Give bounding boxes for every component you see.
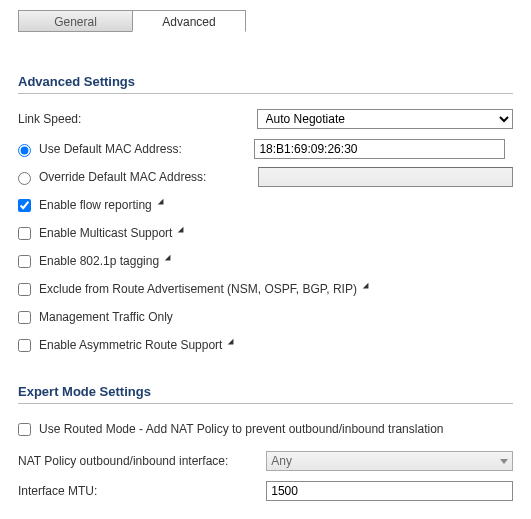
tab-general[interactable]: General <box>18 10 132 32</box>
routed-mode-checkbox[interactable] <box>18 423 31 436</box>
tab-advanced[interactable]: Advanced <box>132 10 246 32</box>
mgmt-only-checkbox[interactable] <box>18 311 31 324</box>
chevron-icon <box>165 255 173 263</box>
nat-policy-select: Any <box>266 451 513 471</box>
8021p-checkbox[interactable] <box>18 255 31 268</box>
exclude-route-label: Exclude from Route Advertisement (NSM, O… <box>39 282 357 296</box>
nat-policy-value: Any <box>271 454 292 468</box>
link-speed-select[interactable]: Auto Negotiate <box>257 109 513 129</box>
multicast-checkbox[interactable] <box>18 227 31 240</box>
asym-route-checkbox[interactable] <box>18 339 31 352</box>
override-mac-input <box>258 167 513 187</box>
flow-reporting-label: Enable flow reporting <box>39 198 152 212</box>
exclude-route-checkbox[interactable] <box>18 283 31 296</box>
mtu-label: Interface MTU: <box>18 484 266 498</box>
advanced-settings-title: Advanced Settings <box>18 74 513 94</box>
tab-bar: General Advanced <box>18 10 513 32</box>
asym-route-label: Enable Asymmetric Route Support <box>39 338 222 352</box>
mgmt-only-label: Management Traffic Only <box>39 310 173 324</box>
use-default-mac-label: Use Default MAC Address: <box>39 142 254 156</box>
8021p-label: Enable 802.1p tagging <box>39 254 159 268</box>
use-default-mac-radio[interactable] <box>18 144 31 157</box>
override-mac-label: Override Default MAC Address: <box>39 170 258 184</box>
chevron-icon <box>157 199 165 207</box>
chevron-down-icon <box>500 459 508 464</box>
expert-mode-title: Expert Mode Settings <box>18 384 513 404</box>
chevron-icon <box>363 283 371 291</box>
chevron-icon <box>228 339 236 347</box>
chevron-icon <box>178 227 186 235</box>
default-mac-value <box>254 139 505 159</box>
mtu-input[interactable] <box>266 481 513 501</box>
nat-policy-label: NAT Policy outbound/inbound interface: <box>18 454 266 468</box>
routed-mode-label: Use Routed Mode - Add NAT Policy to prev… <box>39 422 443 436</box>
flow-reporting-checkbox[interactable] <box>18 199 31 212</box>
multicast-label: Enable Multicast Support <box>39 226 172 240</box>
link-speed-label: Link Speed: <box>18 112 257 126</box>
override-mac-radio[interactable] <box>18 172 31 185</box>
